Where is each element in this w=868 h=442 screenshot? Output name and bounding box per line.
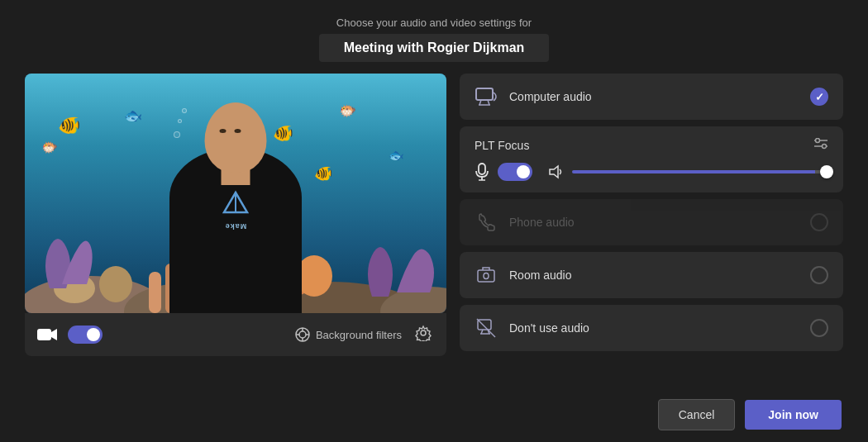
main-content: 🐠 🐡 🐟 🐠 🐡 🐟 🐠 [25, 74, 843, 387]
no-audio-option[interactable]: Don't use audio [460, 305, 843, 351]
aquarium-background: 🐠 🐡 🐟 🐠 🐡 🐟 🐠 [25, 74, 446, 313]
cancel-button[interactable]: Cancel [658, 399, 736, 430]
plt-focus-section: PLT Focus [460, 126, 843, 192]
video-toggle[interactable] [68, 326, 103, 344]
svg-point-28 [823, 145, 827, 149]
volume-knob [820, 165, 833, 178]
computer-audio-option[interactable]: Computer audio [460, 74, 843, 120]
video-toggle-knob [87, 328, 100, 341]
fish-3: 🐟 [124, 107, 142, 125]
background-filters-button[interactable]: Background filters [294, 326, 402, 343]
person: Make [153, 131, 318, 313]
plt-settings-icon[interactable] [813, 138, 828, 153]
fish-5: 🐡 [339, 102, 356, 120]
svg-rect-29 [479, 164, 485, 174]
video-settings-button[interactable] [412, 323, 435, 347]
fish-2: 🐡 [41, 140, 58, 155]
camera-icon [36, 326, 58, 343]
no-audio-icon [475, 316, 498, 340]
header-title-box: Meeting with Rogier Dijkman [319, 34, 550, 62]
volume-slider[interactable] [572, 170, 828, 173]
room-audio-check [810, 266, 828, 284]
bubble-3 [182, 108, 187, 113]
no-audio-label: Don't use audio [509, 321, 799, 335]
room-audio-label: Room audio [509, 269, 799, 282]
audio-settings-panel: Computer audio PLT Focus [460, 74, 843, 351]
fish-6: 🐟 [389, 148, 404, 163]
computer-audio-icon [475, 85, 498, 108]
make-logo [221, 189, 250, 219]
speaker-icon [547, 164, 564, 180]
video-container: 🐠 🐡 🐟 🐠 🐡 🐟 🐠 [25, 74, 446, 313]
join-now-button[interactable]: Join now [745, 400, 842, 430]
svg-rect-33 [478, 270, 494, 282]
phone-audio-icon [475, 211, 498, 234]
meeting-title: Meeting with Rogier Dijkman [344, 40, 525, 55]
plt-audio-toggle-knob [517, 165, 530, 178]
phone-audio-check [810, 213, 828, 231]
fish-1: 🐠 [58, 115, 80, 136]
plt-controls [475, 163, 828, 181]
svg-rect-12 [37, 329, 51, 340]
svg-point-27 [816, 139, 820, 143]
svg-rect-21 [476, 88, 493, 100]
plt-title: PLT Focus [475, 139, 529, 152]
room-audio-option[interactable]: Room audio [460, 252, 843, 298]
background-filters-label: Background filters [316, 329, 402, 341]
computer-audio-label: Computer audio [509, 90, 799, 103]
bubble-2 [178, 119, 182, 123]
person-head [205, 102, 267, 173]
settings-gear-icon [415, 325, 432, 341]
header-subtitle: Choose your audio and video settings for [0, 17, 868, 29]
plt-header: PLT Focus [475, 138, 828, 153]
room-audio-icon [475, 264, 498, 287]
phone-audio-label: Phone audio [509, 216, 799, 229]
svg-point-15 [299, 331, 306, 338]
svg-marker-32 [550, 166, 558, 178]
svg-point-20 [421, 330, 426, 335]
computer-audio-check [810, 88, 828, 106]
no-audio-check [810, 319, 828, 337]
svg-point-34 [484, 273, 489, 279]
bg-filters-icon [294, 326, 311, 343]
svg-point-5 [99, 266, 132, 302]
plt-audio-toggle[interactable] [498, 163, 532, 181]
video-panel: 🐠 🐡 🐟 🐠 🐡 🐟 🐠 [25, 74, 446, 356]
microphone-icon [475, 163, 489, 181]
video-controls-bar: Background filters [25, 313, 446, 356]
svg-marker-13 [51, 329, 57, 340]
bottom-bar: Cancel Join now [0, 387, 868, 442]
header: Choose your audio and video settings for… [0, 0, 868, 74]
phone-audio-option[interactable]: Phone audio [460, 199, 843, 245]
